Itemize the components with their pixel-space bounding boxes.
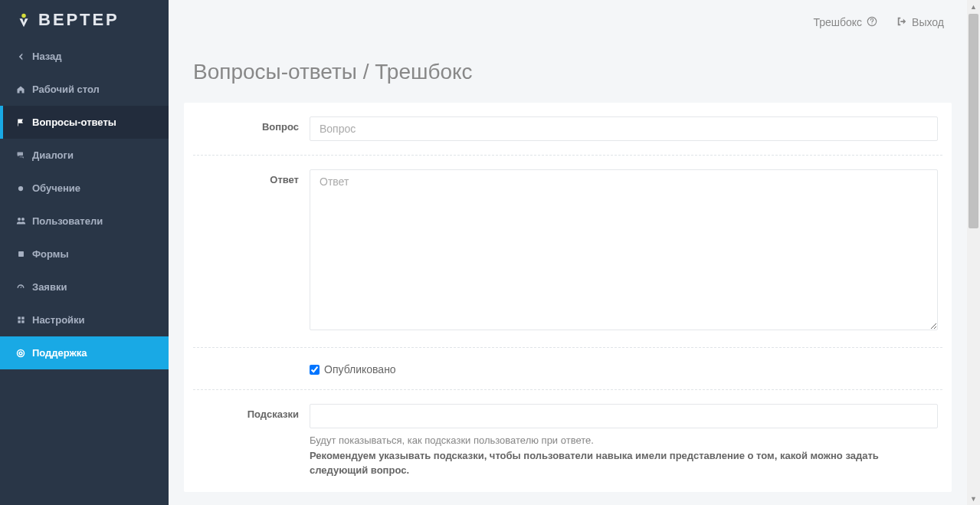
sidebar-item-dialogs[interactable]: Диалоги [0,139,169,172]
svg-rect-5 [18,316,20,319]
sidebar-item-label: Рабочий стол [32,84,100,95]
logout-button[interactable]: Выход [896,16,944,29]
published-checkbox-wrap[interactable]: Опубликовано [310,362,938,375]
logo-text: ВЕРТЕР [38,10,120,30]
answer-textarea[interactable] [310,169,938,330]
sidebar-item-forms[interactable]: Формы [0,238,169,271]
users-icon [15,216,26,227]
svg-point-0 [21,14,26,18]
svg-point-9 [18,349,25,356]
sidebar-item-label: Вопросы-ответы [32,116,116,128]
svg-rect-7 [18,320,20,323]
topbar-project[interactable]: Трешбокс [813,16,877,29]
svg-rect-4 [18,251,24,257]
form-row-hints: Подсказки Будут показываться, как подска… [193,390,942,492]
form-row-question: Вопрос [193,103,942,156]
flag-icon [15,117,26,128]
comments-icon [15,150,26,161]
hints-help-text-1: Будут показываться, как подсказки пользо… [310,434,594,446]
logout-label: Выход [912,16,944,28]
sidebar-item-label: Назад [32,51,62,62]
svg-rect-6 [21,316,24,319]
answer-label: Ответ [195,169,310,333]
scrollbar-up-icon[interactable]: ▲ [967,0,980,13]
hints-help-text: Будут показываться, как подсказки пользо… [310,433,938,478]
sidebar: ВЕРТЕР Назад Рабочий стол Вопросы-ответы [0,0,169,505]
sidebar-item-faq[interactable]: Вопросы-ответы [0,106,169,139]
sidebar-item-label: Диалоги [32,149,74,161]
sidebar-item-label: Заявки [32,281,67,293]
circle-icon [15,183,26,194]
sidebar-item-learning[interactable]: Обучение [0,172,169,205]
sidebar-item-support[interactable]: Поддержка [0,336,169,369]
life-ring-icon [15,348,26,359]
svg-point-3 [21,218,24,221]
scrollbar[interactable]: ▲ ▼ [967,0,980,505]
sidebar-item-settings[interactable]: Настройки [0,303,169,336]
form-card: Вопрос Ответ Опубл [184,103,952,492]
published-label-spacer [195,362,310,375]
form-row-published: Опубликовано [193,348,942,390]
svg-point-2 [18,218,21,221]
arrow-left-icon [15,51,26,62]
sidebar-item-label: Поддержка [32,347,87,359]
help-icon [867,16,877,29]
sidebar-item-label: Пользователи [32,215,103,227]
form-row-answer: Ответ [193,156,942,348]
sidebar-item-label: Настройки [32,314,85,326]
dashboard-icon [15,282,26,293]
svg-point-1 [18,185,23,190]
sidebar-item-users[interactable]: Пользователи [0,205,169,238]
page-title: Вопросы-ответы / Трешбокс [184,44,952,103]
scrollbar-down-icon[interactable]: ▼ [967,492,980,505]
sidebar-item-orders[interactable]: Заявки [0,271,169,303]
svg-point-10 [19,352,22,355]
sidebar-item-label: Обучение [32,182,80,194]
square-icon [15,249,26,260]
question-label: Вопрос [195,116,310,141]
sidebar-item-dashboard[interactable]: Рабочий стол [0,73,169,106]
hints-help-text-2: Рекомендуем указывать подсказки, чтобы п… [310,450,879,477]
logout-icon [896,16,907,29]
grid-icon [15,315,26,326]
sidebar-item-label: Формы [32,248,69,260]
published-checkbox[interactable] [310,365,320,375]
question-input[interactable] [310,116,938,141]
svg-rect-8 [21,320,24,323]
published-label: Опубликовано [324,363,396,375]
topbar-project-label: Трешбокс [813,16,862,28]
hints-label: Подсказки [195,404,310,478]
hints-input[interactable] [310,404,938,428]
svg-point-12 [871,23,872,24]
sidebar-item-back[interactable]: Назад [0,40,169,73]
logo[interactable]: ВЕРТЕР [0,0,169,40]
topbar: Трешбокс Выход [169,0,967,44]
main-content: Трешбокс Выход Вопросы-ответы / Трешбокс… [169,0,967,505]
logo-icon [15,11,32,28]
home-icon [15,84,26,95]
